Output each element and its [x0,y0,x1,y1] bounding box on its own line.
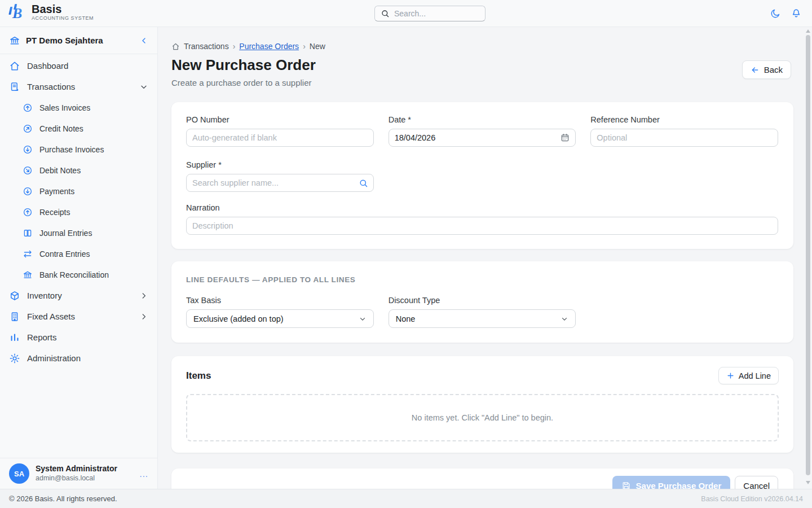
scrollbar-arrow-up-icon[interactable] [806,29,810,33]
discount-type-label: Discount Type [389,296,576,305]
items-empty-message: No items yet. Click "Add Line" to begin. [412,413,553,422]
po-number-input[interactable] [192,133,368,142]
breadcrumb-item: New [310,42,325,51]
line-defaults-card: LINE DEFAULTS — APPLIED TO ALL LINES Tax… [171,261,793,343]
search-icon[interactable] [359,178,368,188]
breadcrumb-link-purchase-orders[interactable]: Purchase Orders [239,42,299,51]
date-input[interactable] [395,133,570,142]
chevron-down-icon [359,315,367,323]
sidebar-item-fixed-assets[interactable]: Fixed Assets [0,306,157,327]
line-defaults-heading: LINE DEFAULTS — APPLIED TO ALL LINES [186,275,778,284]
page-title: New Purchase Order [171,56,793,74]
copyright-text: © 2026 Basis. All rights reserved. [9,494,117,503]
chevron-down-icon [139,82,148,91]
building-icon [9,311,20,322]
discount-type-value: None [396,314,416,323]
swap-arrows-icon [23,249,33,259]
sidebar-item-reports[interactable]: Reports [0,327,157,348]
theme-toggle-moon-icon[interactable] [770,8,781,19]
arrow-up-circle-icon [23,103,33,113]
receipt-icon [9,81,20,93]
sidebar-item-label: Payments [39,187,148,196]
sidebar-item-label: Sales Invoices [39,103,148,112]
sidebar-item-label: Administration [27,353,148,363]
arrow-up-circle-icon [23,207,33,217]
collapse-sidebar-chevron-left-icon[interactable] [139,36,148,45]
sidebar-item-credit-notes[interactable]: Credit Notes [0,118,157,139]
scrollbar-thumb[interactable] [806,35,810,475]
narration-input[interactable] [192,221,772,230]
discount-type-select[interactable]: None [389,309,576,328]
sidebar-item-administration[interactable]: Administration [0,348,157,369]
app-window: B Basis ACCOUNTING SYSTEM [0,0,812,508]
chevron-right-icon [139,312,148,321]
sidebar-item-label: Dashboard [27,61,148,71]
po-number-label: PO Number [186,115,374,124]
global-search[interactable] [374,6,486,21]
supplier-search-input[interactable] [192,178,368,187]
sidebar-item-label: Fixed Assets [27,312,133,321]
notifications-bell-icon[interactable] [791,8,802,19]
add-line-button[interactable]: Add Line [718,367,779,384]
save-purchase-order-button[interactable]: Save Purchase Order [612,476,731,489]
arrow-down-circle-icon [23,186,33,196]
tax-basis-select[interactable]: Exclusive (added on top) [186,309,374,328]
sidebar-item-label: Credit Notes [39,124,148,133]
sidebar-item-contra-entries[interactable]: Contra Entries [0,243,157,264]
tax-basis-value: Exclusive (added on top) [193,314,284,323]
sidebar-item-label: Debit Notes [39,166,148,175]
top-bar: B Basis ACCOUNTING SYSTEM [0,0,812,27]
items-empty-state: No items yet. Click "Add Line" to begin. [186,394,779,441]
sidebar-item-label: Contra Entries [39,249,148,259]
arrow-down-circle-icon [23,144,33,155]
sidebar-item-inventory[interactable]: Inventory [0,285,157,306]
package-icon [9,290,20,301]
add-line-label: Add Line [739,371,771,380]
arrow-up-right-circle-icon [23,124,33,134]
sidebar-item-receipts[interactable]: Receipts [0,202,157,222]
page-subtitle: Create a purchase order to a supplier [171,78,793,87]
company-selector[interactable]: PT Demo Sejahtera [0,27,157,54]
sidebar-item-sales-invoices[interactable]: Sales Invoices [0,97,157,118]
footer: © 2026 Basis. All rights reserved. Basis… [0,489,812,508]
version-text: Basis Cloud Edition v2026.04.14 [701,495,803,503]
items-heading: Items [186,370,211,382]
brand-tagline: ACCOUNTING SYSTEM [32,15,94,21]
sidebar-item-bank-reconciliation[interactable]: Bank Reconciliation [0,264,157,285]
sidebar-item-label: Transactions [27,82,133,91]
main-content: Transactions › Purchase Orders › New New… [158,27,812,489]
sidebar-item-purchase-invoices[interactable]: Purchase Invoices [0,139,157,160]
search-icon [381,9,390,18]
chevron-down-icon [561,315,568,323]
back-button-label: Back [764,65,783,75]
brand-logo: B Basis ACCOUNTING SYSTEM [8,2,94,21]
supplier-label: Supplier * [186,160,374,169]
brand-name: Basis [32,3,94,15]
breadcrumb-item: Transactions [184,42,229,51]
chevron-right-icon [139,291,148,300]
user-more-icon[interactable]: ... [139,469,148,479]
user-menu[interactable]: SA System Administrator admin@basis.loca… [0,458,157,489]
vertical-scrollbar[interactable] [804,27,812,489]
arrow-down-right-circle-icon [23,165,33,176]
sidebar-item-debit-notes[interactable]: Debit Notes [0,160,157,181]
cancel-button[interactable]: Cancel [735,476,778,489]
scrollbar-arrow-down-icon[interactable] [806,481,810,484]
user-name: System Administrator [36,464,133,474]
breadcrumb-separator: › [233,42,236,51]
back-button[interactable]: Back [742,60,791,79]
user-email: admin@basis.local [36,474,133,483]
search-input[interactable] [394,9,479,18]
arrow-left-icon [751,65,760,75]
sidebar-item-payments[interactable]: Payments [0,181,157,202]
sidebar-item-journal-entries[interactable]: Journal Entries [0,222,157,243]
breadcrumb-separator: › [303,42,306,51]
sidebar-item-dashboard[interactable]: Dashboard [0,55,157,76]
po-header-card: PO Number Date * [171,102,793,249]
sidebar-item-transactions[interactable]: Transactions [0,76,157,97]
calendar-icon[interactable] [560,133,570,143]
bank-icon [9,35,20,46]
home-icon [171,42,180,51]
reference-number-input[interactable] [597,133,772,142]
action-bar: Save Purchase Order Cancel [171,468,793,489]
